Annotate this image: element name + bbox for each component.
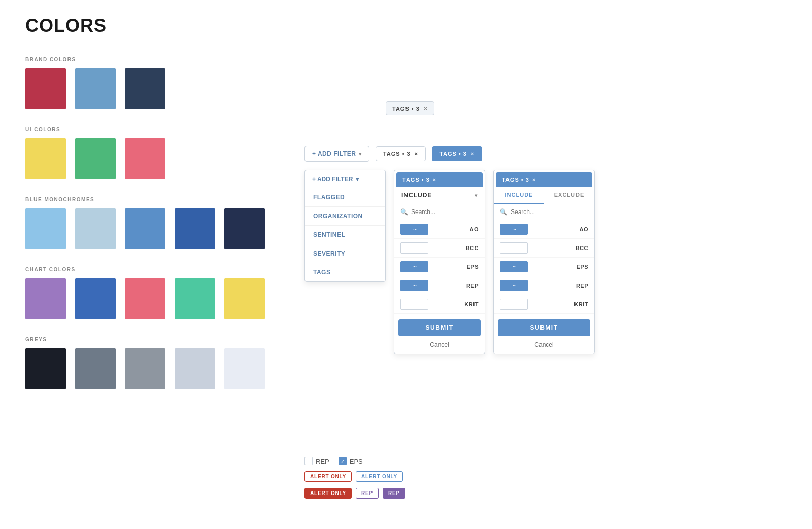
tag-checkbox-eps[interactable] [400,261,428,272]
panel-2-tabs: INCLUDE EXCLUDE [494,187,594,204]
tag-option-row: REP [494,276,594,295]
badge-alert-only-blue: ALERT ONLY [356,471,403,482]
tags-filter-pill-2-label: TAGS • 3 [439,151,467,157]
chk-eps-label: EPS [350,457,363,465]
tag-checkbox-krit[interactable] [400,299,428,310]
tag-label-rep: REP [576,283,588,289]
add-filter-label: + ADD FILTER [312,150,356,157]
panel-1-search-icon: 🔍 [400,208,408,216]
panel-2-search[interactable]: 🔍 [494,204,594,220]
tags-filter-pill-1-close[interactable]: × [415,151,418,157]
dropdowns-row: + ADD FILTER ▾ FLAGGEDORGANIZATIONSENTIN… [304,170,761,354]
filter-bar: + ADD FILTER ▾ TAGS • 3 × TAGS • 3 × [304,146,761,162]
color-section-chart-colors: CHART COLORS [25,267,279,319]
tag-option-row: AO [494,220,594,239]
panel-1-close-icon[interactable]: × [433,177,436,183]
menu-item-flagged[interactable]: FLAGGED [305,188,385,207]
tag-option-row: KRIT [494,295,594,314]
color-swatch [175,278,215,319]
panel-1-header: TAGS • 3 × [394,170,485,187]
tag-option-row: EPS [494,258,594,276]
swatch-row [25,278,279,319]
add-filter-menu-chevron-icon: ▾ [356,175,359,183]
color-section-brand-colors: BRAND COLORS [25,57,279,109]
color-swatch [75,68,116,109]
chk-rep-label: REP [316,457,329,465]
add-filter-button[interactable]: + ADD FILTER ▾ [304,146,369,162]
menu-item-organization[interactable]: ORGANIZATION [305,207,385,226]
panel-1-search-input[interactable] [411,208,479,216]
tag-label-rep: REP [466,283,479,289]
overlays-container: TAGS • 3 × + ADD FILTER ▾ TAGS • 3 × TAG… [304,101,761,354]
chk-rep-box[interactable] [304,457,313,465]
tags-pill-close[interactable]: × [424,105,428,112]
swatch-row [25,208,279,249]
panel-2-cancel-link[interactable]: Cancel [494,338,594,354]
tags-pill-row: TAGS • 3 × [304,101,761,115]
swatch-row [25,138,279,179]
tag-checkbox-ao[interactable] [400,224,428,235]
color-palette-section: COLORS BRAND COLORSUI COLORSBLUE MONOCHR… [0,0,304,422]
menu-item-severity[interactable]: SEVERITY [305,244,385,263]
section-label: CHART COLORS [25,267,279,272]
menu-item-sentinel[interactable]: SENTINEL [305,226,385,244]
tag-label-ao: AO [470,226,479,232]
panel-1-submit-button[interactable]: SUBMIT [398,319,481,336]
panel-1-cancel-link[interactable]: Cancel [394,338,485,354]
color-swatch [25,278,66,319]
panel-1-active-tag[interactable]: TAGS • 3 × [396,172,483,187]
tag-checkbox-rep[interactable] [400,280,428,291]
section-label: GREYS [25,337,279,342]
badge-row-1: ALERT ONLY ALERT ONLY [304,471,405,482]
color-swatch [75,278,116,319]
section-label: UI COLORS [25,127,279,132]
tags-filter-panel-1: TAGS • 3 × INCLUDE ▾ 🔍 AOBCCEPSREPKRIT S… [394,170,485,354]
panel-2-search-icon: 🔍 [500,208,507,216]
add-filter-menu: + ADD FILTER ▾ FLAGGEDORGANIZATIONSENTIN… [304,170,386,282]
color-swatch [125,208,165,249]
panel-2-close-icon[interactable]: × [532,177,536,183]
swatch-row [25,68,279,109]
tag-label-krit: KRIT [464,301,479,307]
checkbox-rep[interactable]: REP [304,457,329,465]
panel-1-include-select[interactable]: INCLUDE ▾ [394,187,485,204]
color-swatch [224,278,265,319]
badge-alert-only-filled: ALERT ONLY [304,488,352,499]
tags-filter-pill-2[interactable]: TAGS • 3 × [432,146,482,161]
color-swatch [25,138,66,179]
tags-filter-pill-1[interactable]: TAGS • 3 × [376,146,426,161]
chk-eps-box[interactable] [339,457,347,465]
color-swatch [75,138,116,179]
tags-filter-panel-2: TAGS • 3 × INCLUDE EXCLUDE 🔍 AOBCCEPSREP… [493,170,595,354]
tag-label-eps: EPS [466,264,479,270]
tag-checkbox-rep[interactable] [500,280,528,291]
tag-checkbox-bcc[interactable] [500,242,528,254]
color-swatch [224,348,265,389]
tag-checkbox-eps[interactable] [500,261,528,272]
color-swatch [125,68,165,109]
panel-2-search-input[interactable] [511,208,588,216]
tag-label-bcc: BCC [466,245,479,251]
menu-item-tags[interactable]: TAGS [305,263,385,281]
panel-2-active-tag[interactable]: TAGS • 3 × [496,172,592,187]
section-label: BLUE MONOCHROMES [25,197,279,202]
panel-2-submit-button[interactable]: SUBMIT [498,319,590,336]
tags-filter-pill-2-close[interactable]: × [471,151,475,157]
tab-include[interactable]: INCLUDE [494,187,544,204]
tab-exclude[interactable]: EXCLUDE [544,187,594,204]
tag-checkbox-bcc[interactable] [400,242,428,254]
add-filter-menu-header-label: + ADD FILTER [312,175,353,183]
tag-checkbox-ao[interactable] [500,224,528,235]
swatch-row [25,348,279,389]
checkbox-eps[interactable]: EPS [339,457,363,465]
badge-alert-only-red: ALERT ONLY [304,471,352,482]
color-swatch [175,348,215,389]
tag-checkbox-krit[interactable] [500,299,528,310]
panel-1-search[interactable]: 🔍 [394,204,485,220]
tags-pill-top[interactable]: TAGS • 3 × [386,101,434,115]
badge-row-2: ALERT ONLY REP REP [304,488,405,499]
tag-option-row: BCC [394,239,485,258]
color-section-greys: GREYS [25,337,279,389]
tags-pill-label: TAGS • 3 [392,105,420,112]
add-filter-menu-header[interactable]: + ADD FILTER ▾ [305,170,385,188]
